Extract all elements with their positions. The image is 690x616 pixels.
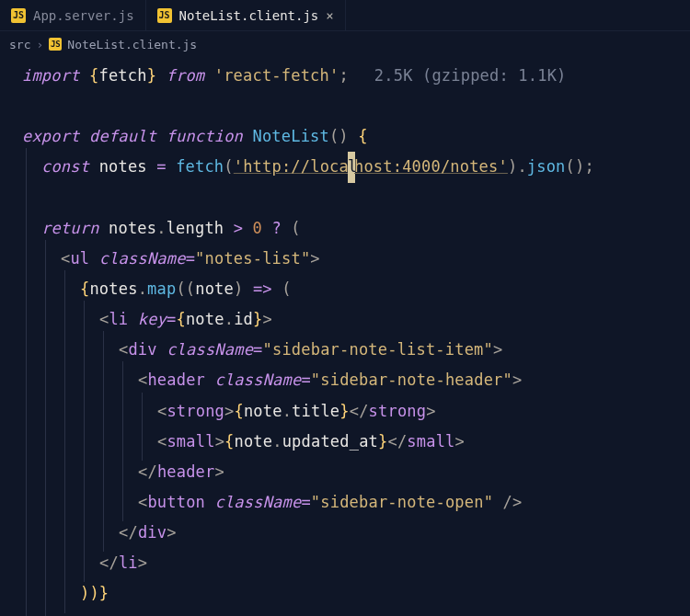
breadcrumb-file[interactable]: NoteList.client.js xyxy=(67,38,197,51)
tab-label: App.server.js xyxy=(33,8,134,23)
code-line[interactable]: <li key={note.id}> xyxy=(22,304,690,335)
js-icon: JS xyxy=(49,38,62,51)
code-line[interactable]: </div> xyxy=(22,518,690,548)
code-line[interactable]: const notes = fetch('http://localhost:40… xyxy=(22,152,690,182)
code-line[interactable]: export default function NoteList() { xyxy=(22,121,690,152)
code-line[interactable]: return notes.length > 0 ? ( xyxy=(22,213,690,244)
tab-label: NoteList.client.js xyxy=(179,8,319,23)
code-line[interactable]: {notes.map((note) => ( xyxy=(22,274,690,304)
breadcrumb: src › JS NoteList.client.js xyxy=(0,31,690,57)
close-icon[interactable]: × xyxy=(326,8,333,23)
chevron-right-icon: › xyxy=(36,38,43,51)
code-editor[interactable]: import {fetch} from 'react-fetch';2.5K (… xyxy=(0,57,690,616)
js-icon: JS xyxy=(11,8,26,23)
code-line[interactable]: </li> xyxy=(22,548,690,578)
breadcrumb-folder[interactable]: src xyxy=(9,38,30,51)
code-line[interactable]: </ul> xyxy=(22,610,690,616)
tab-notelist-client[interactable]: JS NoteList.client.js × xyxy=(146,0,346,30)
code-line[interactable] xyxy=(22,91,690,121)
code-line[interactable]: <ul className="notes-list"> xyxy=(22,244,690,274)
code-line[interactable]: <button className="sidebar-note-open" /> xyxy=(22,487,690,518)
size-annotation: 2.5K (gzipped: 1.1K) xyxy=(374,66,567,85)
tab-app-server[interactable]: JS App.server.js xyxy=(0,0,146,30)
code-line[interactable]: ))} xyxy=(22,578,690,609)
js-icon: JS xyxy=(157,8,172,23)
code-line[interactable] xyxy=(22,183,690,213)
tab-bar: JS App.server.js JS NoteList.client.js × xyxy=(0,0,690,31)
code-line[interactable]: import {fetch} from 'react-fetch';2.5K (… xyxy=(22,61,690,91)
